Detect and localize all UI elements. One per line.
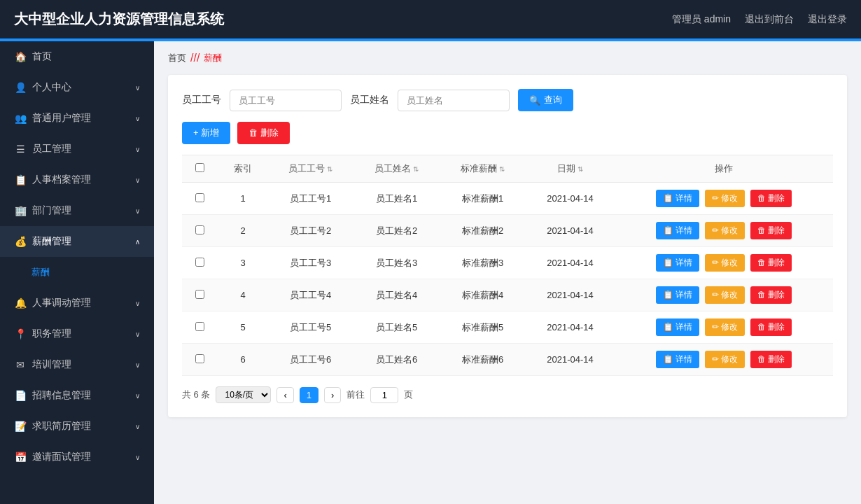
add-button[interactable]: + 新增 [182, 122, 230, 144]
table-row: 2 员工工号2 员工姓名2 标准薪酬2 2021-04-14 📋 详情 ✏ 修改… [182, 215, 833, 247]
header-actions: 管理员 admin 退出到前台 退出登录 [672, 13, 847, 26]
row-actions: 📋 详情 ✏ 修改 🗑 删除 [615, 312, 833, 344]
back-to-front-btn[interactable]: 退出到前台 [745, 13, 794, 26]
row-select-checkbox[interactable] [195, 225, 204, 234]
edit-button[interactable]: ✏ 修改 [705, 190, 745, 207]
row-index: 4 [218, 279, 267, 312]
prev-page-btn[interactable]: ‹ [276, 387, 293, 403]
pin-icon: 📍 [14, 328, 27, 340]
emp-name-input[interactable] [398, 90, 510, 111]
sidebar-item-training-mgmt[interactable]: ✉ 培训管理 ∨ [0, 349, 154, 380]
search-icon: 🔍 [529, 95, 540, 106]
resume-icon: 📝 [14, 421, 27, 432]
row-select-checkbox[interactable] [195, 354, 204, 363]
row-select-checkbox[interactable] [195, 258, 204, 267]
row-checkbox[interactable] [182, 215, 218, 247]
breadcrumb-home[interactable]: 首页 [168, 52, 186, 64]
th-index: 索引 [218, 155, 267, 183]
sidebar-item-label: 个人中心 [32, 81, 71, 94]
main-content: 首页 /// 薪酬 员工工号 员工姓名 🔍 查询 + 新增 🗑 删除 [154, 41, 861, 504]
sidebar-item-label: 人事档案管理 [32, 174, 91, 186]
row-checkbox[interactable] [182, 344, 218, 376]
sidebar-item-salary-mgmt[interactable]: 💰 薪酬管理 ∧ [0, 226, 154, 257]
doc-icon: 📄 [14, 390, 27, 401]
row-select-checkbox[interactable] [195, 322, 204, 331]
table-row: 4 员工工号4 员工姓名4 标准薪酬4 2021-04-14 📋 详情 ✏ 修改… [182, 279, 833, 312]
sort-salary-icon[interactable]: ⇅ [499, 165, 505, 173]
edit-button[interactable]: ✏ 修改 [705, 351, 745, 368]
row-select-checkbox[interactable] [195, 193, 204, 202]
row-delete-button[interactable]: 🗑 删除 [750, 254, 792, 272]
chevron-down-icon: ∨ [135, 207, 140, 215]
bell-icon: 🔔 [14, 298, 27, 309]
row-emp-name: 员工姓名4 [354, 279, 440, 312]
emp-id-input[interactable] [230, 90, 342, 111]
page-size-select[interactable]: 10条/页 20条/页 50条/页 [216, 386, 271, 403]
chevron-down-icon: ∨ [135, 115, 140, 122]
sidebar-item-recruit-mgmt[interactable]: 📄 招聘信息管理 ∨ [0, 380, 154, 411]
salary-table: 索引 员工工号 ⇅ 员工姓名 ⇅ 标准薪酬 ⇅ 日期 ⇅ 操作 1 员工工号1 … [182, 155, 833, 376]
row-emp-id: 员工工号3 [267, 247, 354, 279]
logout-btn[interactable]: 退出登录 [808, 13, 847, 26]
total-count: 共 6 条 [182, 388, 210, 401]
edit-button[interactable]: ✏ 修改 [705, 222, 745, 239]
row-checkbox[interactable] [182, 279, 218, 312]
detail-button[interactable]: 📋 详情 [656, 190, 699, 207]
edit-button[interactable]: ✏ 修改 [705, 318, 745, 336]
row-delete-button[interactable]: 🗑 删除 [750, 222, 792, 239]
detail-button[interactable]: 📋 详情 [656, 286, 699, 304]
admin-label: 管理员 admin [672, 13, 731, 26]
sidebar-item-position-mgmt[interactable]: 📍 职务管理 ∨ [0, 318, 154, 349]
sidebar-item-archive-mgmt[interactable]: 📋 人事档案管理 ∨ [0, 164, 154, 195]
batch-delete-button[interactable]: 🗑 删除 [237, 122, 290, 144]
row-date: 2021-04-14 [526, 247, 615, 279]
sort-date-icon[interactable]: ⇅ [578, 165, 583, 173]
row-checkbox[interactable] [182, 247, 218, 279]
home-icon: 🏠 [14, 51, 27, 62]
row-checkbox[interactable] [182, 312, 218, 344]
row-emp-name: 员工姓名1 [354, 183, 440, 215]
chevron-down-icon: ∨ [135, 392, 140, 400]
sort-emp-id-icon[interactable]: ⇅ [327, 165, 332, 173]
edit-button[interactable]: ✏ 修改 [705, 254, 745, 272]
sidebar-item-personal[interactable]: 👤 个人中心 ∨ [0, 72, 154, 103]
next-page-btn[interactable]: › [324, 387, 341, 403]
sidebar-item-home[interactable]: 🏠 首页 [0, 41, 154, 72]
sidebar-sub-label: 薪酬 [31, 266, 50, 279]
sidebar-item-resume-mgmt[interactable]: 📝 求职简历管理 ∨ [0, 411, 154, 442]
sidebar-item-label: 求职简历管理 [32, 420, 91, 433]
chevron-down-icon: ∨ [135, 176, 140, 184]
chevron-down-icon: ∨ [135, 84, 140, 92]
sidebar-item-label: 首页 [32, 50, 52, 63]
row-checkbox[interactable] [182, 183, 218, 215]
sidebar-item-user-mgmt[interactable]: 👥 普通用户管理 ∨ [0, 103, 154, 134]
row-delete-button[interactable]: 🗑 删除 [750, 318, 792, 336]
select-all-checkbox[interactable] [195, 163, 204, 172]
detail-button[interactable]: 📋 详情 [656, 351, 699, 368]
row-delete-button[interactable]: 🗑 删除 [750, 351, 792, 368]
edit-button[interactable]: ✏ 修改 [705, 286, 745, 304]
breadcrumb-current: 薪酬 [204, 52, 222, 64]
sort-emp-name-icon[interactable]: ⇅ [413, 165, 419, 173]
row-std-salary: 标准薪酬3 [440, 247, 526, 279]
th-date: 日期 ⇅ [526, 155, 615, 183]
search-button[interactable]: 🔍 查询 [518, 89, 573, 111]
row-delete-button[interactable]: 🗑 删除 [750, 190, 792, 207]
body-wrap: 🏠 首页 👤 个人中心 ∨ 👥 普通用户管理 ∨ ☰ 员工管理 ∨ 📋 人事档案… [0, 41, 861, 504]
sidebar-item-dept-mgmt[interactable]: 🏢 部门管理 ∨ [0, 195, 154, 226]
jump-prefix: 前往 [346, 388, 365, 401]
current-page-btn[interactable]: 1 [300, 387, 318, 403]
detail-button[interactable]: 📋 详情 [656, 254, 699, 272]
row-delete-button[interactable]: 🗑 删除 [750, 286, 792, 304]
sidebar-item-transfer-mgmt[interactable]: 🔔 人事调动管理 ∨ [0, 288, 154, 318]
action-bar: + 新增 🗑 删除 [182, 122, 833, 144]
sidebar-item-salary[interactable]: 薪酬 [0, 257, 154, 288]
sidebar-item-interview-mgmt[interactable]: 📅 邀请面试管理 ∨ [0, 442, 154, 472]
sidebar-item-employee-mgmt[interactable]: ☰ 员工管理 ∨ [0, 134, 154, 164]
detail-button[interactable]: 📋 详情 [656, 318, 699, 336]
detail-button[interactable]: 📋 详情 [656, 222, 699, 239]
row-index: 1 [218, 183, 267, 215]
row-select-checkbox[interactable] [195, 290, 204, 299]
sidebar: 🏠 首页 👤 个人中心 ∨ 👥 普通用户管理 ∨ ☰ 员工管理 ∨ 📋 人事档案… [0, 41, 154, 504]
jump-input[interactable] [370, 387, 398, 403]
